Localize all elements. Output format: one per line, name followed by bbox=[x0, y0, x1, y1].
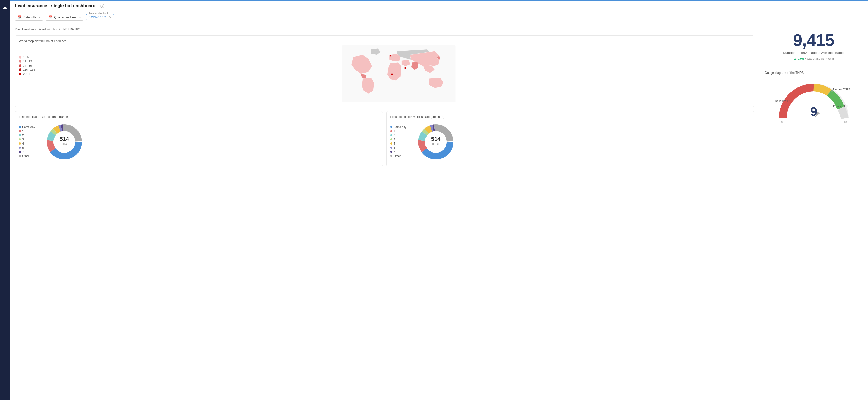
quarter-year-label: Quarter and Year bbox=[54, 15, 78, 19]
legend-item-2: 11 - 22 bbox=[19, 60, 42, 63]
calendar-icon-2: 📅 bbox=[49, 15, 53, 19]
legend-dot-1 bbox=[19, 56, 22, 59]
pie-legend-item-2: 1 bbox=[390, 130, 411, 133]
svg-text:9: 9 bbox=[810, 105, 817, 119]
svg-text:0: 0 bbox=[781, 121, 783, 124]
sidebar: ☁ bbox=[0, 0, 10, 400]
quarter-year-button[interactable]: 📅 Quarter and Year ▾ bbox=[46, 14, 83, 21]
trend-text: • was 9,331 last month bbox=[805, 57, 834, 60]
funnel-legend-item-5: 4 bbox=[19, 142, 39, 145]
world-map-title: World map distribution of enquiries bbox=[19, 39, 750, 43]
funnel-chart-card: Loss notification vs loss date (funnel) … bbox=[15, 111, 383, 166]
pie-legend-item-5: 4 bbox=[390, 142, 411, 145]
chevron-down-icon: ▾ bbox=[39, 16, 40, 19]
chevron-down-icon-2: ▾ bbox=[79, 16, 81, 19]
pie-legend-item-3: 2 bbox=[390, 134, 411, 137]
cloud-icon: ☁ bbox=[3, 5, 7, 9]
pie-legend-item-7: 7 bbox=[390, 150, 411, 153]
svg-text:6: 6 bbox=[811, 82, 812, 86]
date-filter-button[interactable]: 📅 Date Filter ▾ bbox=[15, 14, 43, 21]
funnel-legend: Same day 1 2 3 4 5 7 Other bbox=[19, 125, 39, 159]
charts-row: Loss notification vs loss date (funnel) … bbox=[15, 111, 754, 166]
world-map-svg-container bbox=[47, 45, 750, 103]
pie-legend-item-8: Other bbox=[390, 154, 411, 158]
bot-id-text: Dashboard associated with bot_id 3433707… bbox=[15, 28, 754, 31]
svg-text:TOTAL: TOTAL bbox=[432, 143, 440, 145]
trend-up-icon: ▲ bbox=[794, 57, 797, 60]
legend-item-1: 1 - 9 bbox=[19, 56, 42, 59]
funnel-legend-item-4: 3 bbox=[19, 138, 39, 141]
svg-text:514: 514 bbox=[60, 136, 69, 142]
svg-text:TOTAL: TOTAL bbox=[60, 143, 68, 145]
right-panel: 9,415 Number of conversations with the c… bbox=[760, 24, 868, 400]
funnel-legend-item-1: Same day bbox=[19, 125, 39, 129]
left-panel: Dashboard associated with bot_id 3433707… bbox=[10, 24, 760, 400]
trend-pct: 0.9% bbox=[798, 57, 804, 60]
funnel-legend-item-7: 7 bbox=[19, 150, 39, 153]
funnel-chart-title: Loss notification vs loss date (funnel) bbox=[19, 115, 379, 119]
gauge-wrapper: Negative TNPS Neutral TNPS Positive TNPS bbox=[772, 77, 855, 130]
legend-item-3: 34 - 39 bbox=[19, 64, 42, 67]
svg-text:514: 514 bbox=[431, 136, 440, 142]
funnel-legend-item-6: 5 bbox=[19, 146, 39, 149]
svg-rect-1 bbox=[390, 55, 391, 56]
legend-label-1: 1 - 9 bbox=[23, 56, 29, 59]
pie-chart-title: Loss notification vs loss date (pie char… bbox=[390, 115, 750, 119]
main-content: Lead insurance - single bot dashboard ℹ … bbox=[10, 0, 868, 400]
calendar-icon: 📅 bbox=[18, 15, 22, 19]
funnel-donut-area: Same day 1 2 3 4 5 7 Other bbox=[19, 121, 379, 163]
pie-donut-area: Same day 1 2 3 4 5 7 Other bbox=[390, 121, 750, 163]
legend-dot-4 bbox=[19, 68, 22, 71]
close-chatbot-chip-button[interactable]: ✕ bbox=[109, 15, 111, 19]
neutral-tnps-label: Neutral TNPS bbox=[833, 88, 855, 91]
conversations-label: Number of conversations with the chatbot bbox=[765, 51, 863, 55]
chatbot-id-chip: 3433707782 ✕ bbox=[86, 14, 114, 21]
legend-item-4: 116 - 135 bbox=[19, 68, 42, 71]
legend-item-5: 201 + bbox=[19, 72, 42, 75]
svg-text:10: 10 bbox=[844, 121, 847, 124]
tnps-card: Gauge diagram of the TNPS Negative TNPS … bbox=[760, 67, 868, 400]
filter-bar: 📅 Date Filter ▾ 📅 Quarter and Year ▾ Rel… bbox=[10, 11, 868, 24]
conversations-card: 9,415 Number of conversations with the c… bbox=[760, 24, 868, 67]
world-map-svg bbox=[47, 45, 750, 102]
pie-legend-item-6: 5 bbox=[390, 146, 411, 149]
legend-label-3: 34 - 39 bbox=[23, 64, 32, 67]
svg-text:8: 8 bbox=[831, 90, 833, 93]
dashboard-body: Dashboard associated with bot_id 3433707… bbox=[10, 24, 868, 400]
pie-legend-item-4: 3 bbox=[390, 138, 411, 141]
svg-rect-2 bbox=[391, 73, 393, 75]
svg-rect-3 bbox=[405, 67, 406, 69]
funnel-donut-svg: 514 TOTAL bbox=[44, 121, 85, 163]
legend-label-4: 116 - 135 bbox=[23, 68, 35, 71]
pie-donut-svg: 514 TOTAL bbox=[415, 121, 457, 163]
legend-label-5: 201 + bbox=[23, 72, 30, 75]
legend-dot-3 bbox=[19, 64, 22, 67]
tnps-gauge-svg: 9 0 6 8 10 bbox=[772, 77, 855, 129]
info-icon[interactable]: ℹ bbox=[100, 4, 104, 8]
conversations-count: 9,415 bbox=[765, 31, 863, 49]
page-title: Lead insurance - single bot dashboard bbox=[15, 3, 96, 8]
legend-label-2: 11 - 22 bbox=[23, 60, 32, 63]
date-filter-label: Date Filter bbox=[23, 15, 37, 19]
funnel-legend-item-8: Other bbox=[19, 154, 39, 158]
trend-line: ▲ 0.9% • was 9,331 last month bbox=[765, 57, 863, 60]
map-legend: 1 - 9 11 - 22 34 - 39 116 - 135 bbox=[19, 45, 42, 76]
pie-chart-card: Loss notification vs loss date (pie char… bbox=[386, 111, 754, 166]
chatbot-id-chip-wrapper: Related chatbot id 3433707782 ✕ bbox=[86, 14, 114, 21]
legend-dot-5 bbox=[19, 72, 22, 75]
chatbot-id-chip-label: Related chatbot id bbox=[88, 12, 110, 15]
positive-tnps-label: Positive TNPS bbox=[833, 104, 855, 108]
funnel-legend-item-2: 1 bbox=[19, 130, 39, 133]
pie-legend-item-1: Same day bbox=[390, 125, 411, 129]
chatbot-id-value: 3433707782 bbox=[89, 15, 106, 19]
pie-legend: Same day 1 2 3 4 5 7 Other bbox=[390, 125, 411, 159]
map-container: 1 - 9 11 - 22 34 - 39 116 - 135 bbox=[19, 45, 750, 103]
negative-tnps-label: Negative TNPS bbox=[772, 99, 795, 102]
legend-dot-2 bbox=[19, 60, 22, 63]
world-map-section: World map distribution of enquiries 1 - … bbox=[15, 35, 754, 107]
top-bar: Lead insurance - single bot dashboard ℹ bbox=[10, 1, 868, 11]
tnps-title: Gauge diagram of the TNPS bbox=[765, 71, 863, 75]
funnel-legend-item-3: 2 bbox=[19, 134, 39, 137]
